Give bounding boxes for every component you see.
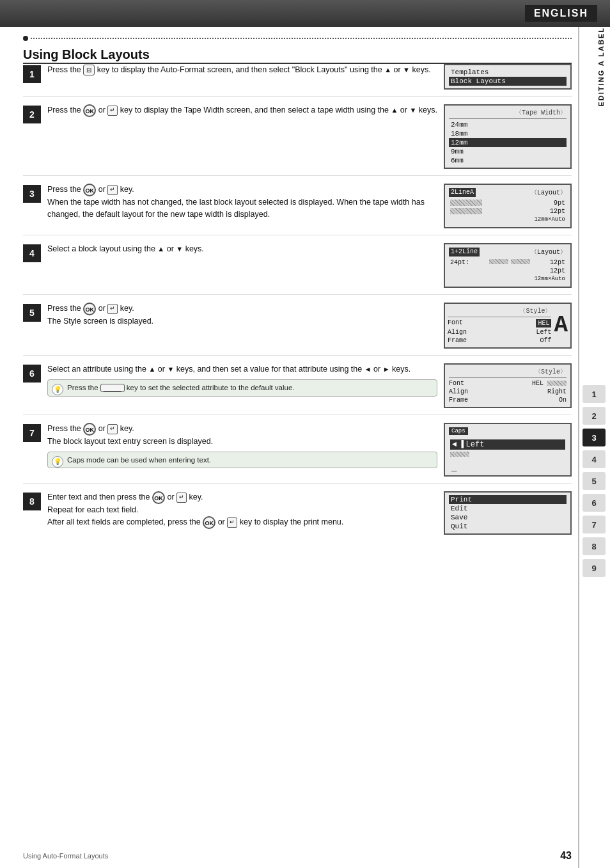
sidebar-num-5[interactable]: 5 (583, 472, 606, 490)
step-7-number: 7 (23, 424, 41, 442)
screen-layout-row1-4: 24pt: 12pt (450, 259, 565, 266)
texture-1-3 (450, 200, 482, 206)
step-4-text: Select a block layout using the ▲ or ▼ k… (47, 243, 437, 255)
step-4-row: 4 Select a block layout using the ▲ or ▼… (23, 243, 572, 295)
step-7-screen: Caps ◄ ▌Left _ (444, 423, 572, 477)
screen-edit: Edit (449, 504, 567, 513)
step-5-screen-content: 〈Style〉 Font HEL Align Left Frame Off (448, 306, 551, 345)
screen-2linea: 2LineA (449, 188, 476, 197)
step-6-tip: 💡 Press the _____ key to set the selecte… (47, 379, 437, 397)
autoformat-key: ⊟ (83, 65, 95, 75)
step-8-row: 8 Enter text and then press the OK or ↵ … (23, 491, 572, 541)
screen-layout-label-3: 〈Layout〉 (531, 188, 567, 197)
caps-label: Caps (449, 427, 468, 435)
font-label-6: Font (449, 380, 464, 387)
screen-layout-body-3: 9pt 12pt 12mm×Auto (449, 198, 567, 225)
screen-layout-body-4: 24pt: 12pt 12pt 12mm×Auto (449, 257, 567, 284)
page-number: 43 (560, 850, 572, 862)
ok-key-3: OK (83, 184, 96, 196)
screen-size-3: 12mm×Auto (450, 216, 565, 223)
screen-size-4: 12mm×Auto (450, 276, 565, 282)
ok-key-5: OK (83, 303, 96, 315)
screen-save: Save (449, 513, 567, 522)
sidebar-num-7[interactable]: 7 (583, 516, 606, 533)
step-3-screen: 2LineA 〈Layout〉 9pt 12pt 12mm×Auto (444, 184, 572, 228)
screen-style-title-6: 〈Style〉 (449, 367, 567, 378)
screen-12pt-3: 12pt (550, 208, 565, 215)
screen-12pt-4b: 12pt (550, 267, 565, 274)
step-2-content: Press the OK or ↵ key to display the Tap… (47, 104, 444, 117)
step-4-number: 4 (23, 244, 41, 262)
big-letter-a: A (554, 314, 568, 337)
texture-entry (450, 452, 469, 457)
screen-18mm: 18mm (449, 129, 567, 138)
step-6-text: Select an attribute using the ▲ or ▼ key… (47, 363, 437, 375)
step-3-number: 3 (23, 185, 41, 203)
screen-tapewidth-title: 〈Tape Width〉 (449, 108, 567, 119)
step-3-row: 3 Press the OK or ↵ key. When the tape w… (23, 184, 572, 235)
footer-text: Using Auto-Format Layouts (23, 852, 108, 860)
screen-layout-row1-3: 9pt (450, 200, 565, 207)
step-3-text: Press the OK or ↵ key. When the tape wid… (47, 184, 437, 221)
texture-6 (547, 381, 567, 386)
step-7-row: 7 Press the OK or ↵ key. The block layou… (23, 423, 572, 484)
step-7-content: Press the OK or ↵ key. The block layout … (47, 423, 444, 468)
font-value-5: HEL (536, 319, 551, 327)
sidebar-num-9[interactable]: 9 (583, 559, 606, 577)
ret-key-2: ↵ (107, 106, 118, 116)
step-8-text: Enter text and then press the OK or ↵ ke… (47, 491, 437, 529)
sidebar-num-1[interactable]: 1 (583, 385, 606, 403)
align-label-5: Align (448, 329, 467, 336)
align-value-6: Right (547, 388, 567, 395)
step-4-screen: 1+2Line 〈Layout〉 24pt: 12pt 12pt 12mm×Au… (444, 243, 572, 288)
screen-9pt: 9pt (554, 200, 565, 207)
sidebar-numbers: 1 2 3 4 5 6 7 8 9 (578, 384, 610, 578)
step-8-number: 8 (23, 493, 41, 510)
main-content: 1 Press the ⊟ key to display the Auto-Fo… (23, 64, 572, 849)
screen-entry-line: ◄ ▌Left (449, 438, 567, 460)
ok-key-8b: OK (203, 516, 215, 529)
sidebar-num-3[interactable]: 3 (583, 429, 606, 446)
screen-1p2line: 1+2Line (449, 248, 480, 256)
sidebar-num-4[interactable]: 4 (583, 450, 606, 468)
screen-12pt-4a: 12pt (550, 259, 565, 266)
sidebar-num-6[interactable]: 6 (583, 494, 606, 512)
screen-align-5: Align Left (448, 328, 551, 336)
step-6-number: 6 (23, 365, 41, 383)
screen-align-6: Align Right (449, 388, 567, 396)
sidebar-num-2[interactable]: 2 (583, 407, 606, 425)
screen-templates-line: Templates (449, 68, 567, 77)
default-key: _____ (100, 384, 125, 392)
cursor-line: _ (449, 462, 567, 473)
step-1-number: 1 (23, 65, 41, 83)
dot-separator (23, 36, 572, 41)
step-5-text: Press the OK or ↵ key. The Style screen … (47, 303, 437, 327)
screen-12mm: 12mm (449, 138, 567, 147)
texture-sm-2-4 (511, 259, 530, 264)
language-label: ENGLISH (525, 5, 597, 22)
sidebar-label: EDITING A LABEL (597, 27, 605, 107)
screen-font-6: Font HEL (449, 379, 567, 388)
screen-6mm: 6mm (449, 156, 567, 165)
sidebar-num-8[interactable]: 8 (583, 537, 606, 555)
frame-label-6: Frame (449, 397, 468, 404)
step-2-row: 2 Press the OK or ↵ key to display the T… (23, 104, 572, 176)
ok-key-8a: OK (152, 491, 165, 504)
screen-frame-5: Frame Off (448, 336, 551, 345)
step-5-row: 5 Press the OK or ↵ key. The Style scree… (23, 303, 572, 356)
screen-24mm: 24mm (449, 120, 567, 129)
font-value-6: HEL (532, 380, 567, 387)
ret-key-7: ↵ (107, 424, 118, 434)
screen-layout-row2-3: 12pt (450, 208, 565, 215)
screen-quit: Quit (449, 522, 567, 531)
dot-bullet (23, 36, 28, 41)
frame-value-6: On (559, 397, 567, 404)
texture-sm-1-4 (489, 259, 508, 264)
step-5-screen: 〈Style〉 Font HEL Align Left Frame Off A (444, 303, 572, 349)
ok-key-2: OK (83, 104, 96, 117)
step-1-content: Press the ⊟ key to display the Auto-Form… (47, 64, 444, 76)
screen-blocklayouts-line: Block Layouts (449, 77, 567, 86)
tip-icon-6: 💡 (52, 384, 63, 395)
step-2-screen: 〈Tape Width〉 24mm 18mm 12mm 9mm 6mm (444, 104, 572, 169)
ret-key-8a: ↵ (176, 493, 187, 503)
